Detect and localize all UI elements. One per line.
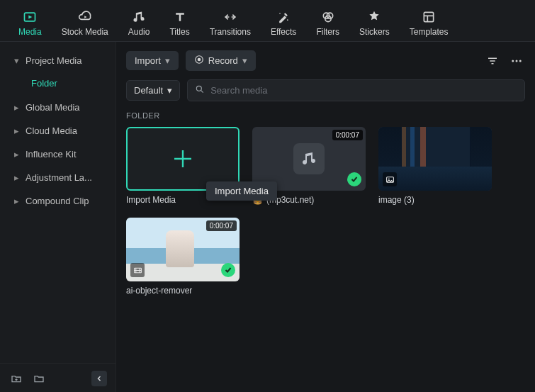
check-icon [221,263,235,277]
svg-point-3 [279,13,281,14]
folder-button[interactable] [31,371,47,386]
search-field[interactable] [187,79,525,101]
tree-item-global-media[interactable]: ▸ Global Media [0,96,116,119]
favicon-icon: 🍔 [252,195,263,205]
tree-label: Global Media [26,102,80,113]
filter-options-button[interactable] [484,52,501,69]
svg-line-20 [201,90,203,92]
check-icon [347,172,361,186]
media-item[interactable]: image (3) [378,127,492,205]
tab-label: Filters [316,27,339,37]
tree-item-folder[interactable]: Folder [0,72,116,96]
caret-right-icon: ▸ [13,196,20,206]
tree-item-influence-kit[interactable]: ▸ Influence Kit [0,142,116,166]
tab-label: Transitions [210,27,251,37]
select-label: Default [134,85,163,96]
media-item[interactable]: 0:00:07 ai-object-remover [126,218,240,296]
templates-icon [422,10,436,24]
caption-text: (mp3cut.net) [266,195,314,205]
tree-label: Compound Clip [26,196,89,206]
record-icon [194,55,204,67]
svg-point-24 [388,178,390,179]
svg-marker-2 [84,16,86,18]
tree-label: Cloud Media [26,125,77,136]
caret-right-icon: ▸ [13,172,20,183]
media-caption: ai-object-remover [126,286,240,296]
new-folder-button[interactable] [9,371,24,386]
toolbar: Import ▾ Record ▾ [116,42,535,79]
tab-label: Media [18,27,42,37]
caret-down-icon: ▾ [13,55,20,66]
tab-label: Stock Media [62,27,108,37]
stickers-icon [367,10,381,24]
tab-label: Templates [410,27,449,37]
media-thumbnail[interactable] [378,127,492,191]
import-button[interactable]: Import ▾ [126,51,179,70]
effects-icon [276,10,291,24]
media-icon [23,10,37,24]
tree-item-project-media[interactable]: ▾ Project Media [0,49,116,72]
cloud-icon [78,10,92,24]
search-icon [195,84,205,96]
tab-transitions[interactable]: Transitions [200,6,261,41]
duration-badge: 0:00:07 [206,220,237,231]
tab-label: Effects [271,27,296,37]
record-button[interactable]: Record ▾ [186,50,256,71]
svg-point-18 [519,60,522,62]
video-type-icon [130,263,145,277]
search-input[interactable] [210,85,517,96]
more-options-button[interactable] [508,52,525,69]
button-label: Import [135,55,161,66]
media-item[interactable]: 0:00:07 🍔 (mp3cut.net) [252,127,366,205]
tree-item-compound-clip[interactable]: ▸ Compound Clip [0,189,116,213]
chevron-down-icon: ▾ [165,55,170,66]
caret-right-icon: ▸ [13,102,20,113]
import-media-card[interactable]: Import Media [126,127,240,205]
media-caption: 🍔 (mp3cut.net) [252,195,366,205]
search-row: Default ▾ [116,79,535,108]
tree-item-adjustment-layer[interactable]: ▸ Adjustment La... [0,166,116,189]
media-thumbnail[interactable]: 0:00:07 [126,218,240,281]
svg-point-12 [198,58,201,62]
media-thumbnail[interactable]: 0:00:07 [252,127,366,191]
sidebar: ▾ Project Media Folder ▸ Global Media ▸ … [0,42,116,392]
tree-item-cloud-media[interactable]: ▸ Cloud Media [0,119,116,142]
svg-point-16 [512,60,514,62]
svg-rect-8 [424,12,433,21]
tab-templates[interactable]: Templates [400,6,458,41]
tab-label: Titles [169,27,189,37]
tab-audio[interactable]: Audio [118,6,160,41]
tree-label: Influence Kit [26,149,77,159]
caret-right-icon: ▸ [13,149,20,159]
audio-icon [132,10,146,24]
tree-label: Project Media [26,55,81,66]
tab-stickers[interactable]: Stickers [349,6,400,41]
svg-point-19 [197,86,202,91]
image-type-icon [383,172,397,186]
section-heading: FOLDER [116,108,535,127]
chevron-down-icon: ▾ [242,55,247,66]
tab-stock-media[interactable]: Stock Media [52,6,118,41]
sort-select[interactable]: Default ▾ [126,80,180,101]
tree-label: Adjustment La... [26,172,92,183]
svg-marker-1 [29,16,33,19]
import-thumbnail[interactable] [126,127,240,191]
tab-titles[interactable]: Titles [159,6,199,41]
content-area: Import ▾ Record ▾ Default ▾ FOLDER [116,42,535,392]
media-caption: Import Media [126,195,240,205]
svg-point-17 [516,60,518,62]
media-caption: image (3) [378,195,492,205]
sidebar-footer [0,363,116,392]
chevron-down-icon: ▾ [167,85,172,96]
collapse-sidebar-button[interactable] [91,371,107,386]
filters-icon [321,10,335,24]
sidebar-tree: ▾ Project Media Folder ▸ Global Media ▸ … [0,42,116,363]
plus-icon [170,146,196,172]
tab-filters[interactable]: Filters [306,6,349,41]
button-label: Record [208,55,238,66]
tab-label: Stickers [359,27,390,37]
tab-effects[interactable]: Effects [261,6,306,41]
tab-media[interactable]: Media [9,6,52,41]
titles-icon [173,10,187,24]
svg-point-4 [287,19,288,21]
